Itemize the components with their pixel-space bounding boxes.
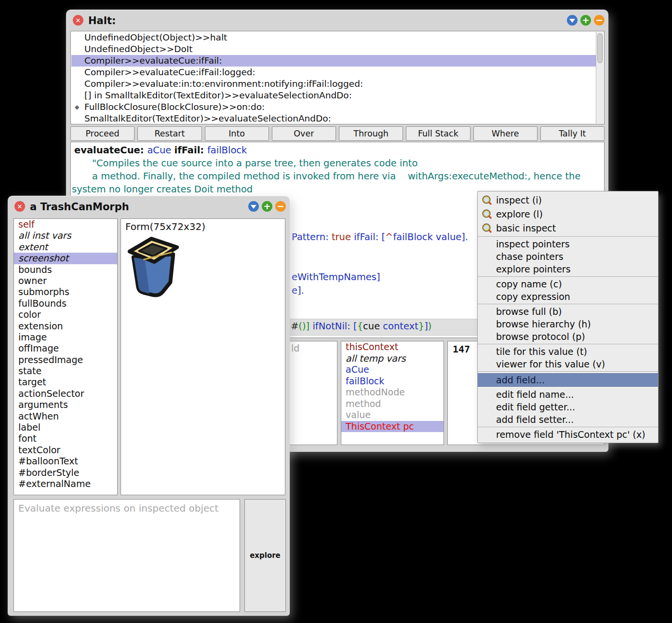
chevron-down-icon xyxy=(569,19,575,23)
menu-item-browse-hierarchy[interactable]: browse hierarchy (h) xyxy=(478,318,658,330)
close-glyph: ✕ xyxy=(17,203,23,210)
field-item[interactable]: self xyxy=(14,219,117,230)
stack-entry[interactable]: UndefinedObject>>DoIt xyxy=(71,43,596,55)
method-comment-line: "Compiles the cue source into a parse tr… xyxy=(92,158,417,169)
over-button[interactable]: Over xyxy=(272,126,336,141)
stack-scrollbar[interactable] xyxy=(596,32,604,123)
field-item[interactable]: owner xyxy=(14,275,117,286)
field-item[interactable]: actionSelector xyxy=(14,388,117,399)
where-button[interactable]: Where xyxy=(473,126,538,141)
menu-item-viewer-for-value[interactable]: viewer for this value (v) xyxy=(478,358,658,370)
menu-item-copy-expression[interactable]: copy expression xyxy=(478,290,658,303)
window-menu-icon[interactable] xyxy=(567,15,578,26)
form-caption: Form(75x72x32) xyxy=(125,221,205,232)
inspector-titlebar[interactable]: ✕ a TrashCanMorph + − xyxy=(8,196,290,217)
scrollbar-thumb[interactable] xyxy=(597,33,603,63)
field-item[interactable]: extent xyxy=(14,242,117,253)
field-list-pane[interactable]: self all inst vars extent screenshot bou… xyxy=(13,218,118,495)
field-item[interactable]: textColor xyxy=(14,445,117,456)
context-field[interactable]: failBlock xyxy=(341,376,444,387)
menu-item-edit-field-name[interactable]: edit field name... xyxy=(478,388,658,401)
stack-entry[interactable]: [] in SmalltalkEditor(TextEditor)>>evalu… xyxy=(71,90,596,101)
proceed-button[interactable]: Proceed xyxy=(70,126,134,141)
magnifier-icon xyxy=(482,209,492,219)
menu-separator xyxy=(478,236,658,237)
context-field[interactable]: thisContext xyxy=(341,341,444,353)
field-item[interactable]: #borderStyle xyxy=(14,467,117,478)
stack-entry[interactable]: UndefinedObject(Object)>>halt xyxy=(71,32,596,43)
restart-button[interactable]: Restart xyxy=(137,126,202,141)
stack-entry[interactable]: Compiler>>evaluateCue:ifFail:logged: xyxy=(71,67,596,78)
field-item[interactable]: state xyxy=(14,366,117,377)
field-item[interactable]: offImage xyxy=(14,343,117,354)
menu-item-basic-inspect[interactable]: basic inspect xyxy=(478,221,658,235)
menu-item-label: explore (l) xyxy=(496,209,543,219)
window-menu-icon[interactable] xyxy=(248,201,259,212)
field-item[interactable]: bounds xyxy=(14,264,117,275)
context-field[interactable]: value xyxy=(341,409,444,421)
field-item[interactable]: extension xyxy=(14,321,117,332)
field-item[interactable]: arguments xyxy=(14,399,117,410)
collapse-icon[interactable]: − xyxy=(594,15,605,26)
stack-entry[interactable]: SmalltalkEditor(TextEditor)>>evaluateSel… xyxy=(71,113,596,123)
menu-item-chase-pointers[interactable]: chase pointers xyxy=(478,250,658,263)
field-item[interactable]: image xyxy=(14,332,117,343)
code-fragment: eWithTempNames] xyxy=(292,271,380,283)
expand-icon[interactable]: + xyxy=(262,201,272,212)
context-field[interactable]: method xyxy=(341,398,444,410)
chevron-down-icon xyxy=(251,205,256,209)
field-list: self all inst vars extent screenshot bou… xyxy=(14,219,117,489)
menu-separator xyxy=(478,427,658,427)
context-field[interactable]: all temp vars xyxy=(341,353,444,365)
menu-item-browse-full[interactable]: browse full (b) xyxy=(478,305,658,318)
menu-item-browse-protocol[interactable]: browse protocol (p) xyxy=(478,330,658,343)
close-icon[interactable]: ✕ xyxy=(14,201,25,212)
menu-item-copy-name[interactable]: copy name (c) xyxy=(478,278,658,290)
stack-entry[interactable]: Compiler>>evaluate:in:to:environment:not… xyxy=(71,78,596,90)
field-item[interactable]: all inst vars xyxy=(14,230,117,241)
close-icon[interactable]: ✕ xyxy=(73,15,83,26)
stack-entry-selected[interactable]: Compiler>>evaluateCue:ifFail: xyxy=(71,55,596,67)
field-item[interactable]: actWhen xyxy=(14,411,117,422)
inspector-window: ✕ a TrashCanMorph + − self all inst vars… xyxy=(8,196,290,616)
through-button[interactable]: Through xyxy=(339,126,403,141)
field-item[interactable]: fullBounds xyxy=(14,298,117,309)
menu-item-explore[interactable]: explore (l) xyxy=(478,207,658,221)
menu-item-edit-field-getter[interactable]: edit field getter... xyxy=(478,401,658,413)
stack-list-pane[interactable]: UndefinedObject(Object)>>halt UndefinedO… xyxy=(70,31,605,124)
menu-item-remove-field[interactable]: remove field 'ThisContext pc' (x) xyxy=(478,428,658,441)
field-item[interactable]: color xyxy=(14,309,117,320)
field-item[interactable]: #externalName xyxy=(14,478,117,489)
receiver-text-fragment: ld xyxy=(291,343,299,353)
plus-glyph: + xyxy=(582,16,589,25)
menu-item-explore-pointers[interactable]: explore pointers xyxy=(478,263,658,275)
field-item-selected[interactable]: screenshot xyxy=(14,253,117,264)
menu-item-tile-for-value[interactable]: tile for this value (t) xyxy=(478,345,658,358)
pc-code-line: #()] ifNotNil: [{cue context}]) xyxy=(291,321,431,332)
field-item[interactable]: label xyxy=(14,422,117,433)
debugger-titlebar[interactable]: ✕ Halt: + − xyxy=(66,10,608,30)
context-field[interactable]: methodNode xyxy=(341,387,444,398)
field-item[interactable]: submorphs xyxy=(14,286,117,298)
menu-item-inspect[interactable]: inspect (i) xyxy=(478,193,658,207)
menu-item-add-field[interactable]: add field... xyxy=(478,373,658,387)
menu-item-inspect-pointers[interactable]: inspect pointers xyxy=(478,238,658,250)
collapse-icon[interactable]: − xyxy=(275,201,286,212)
menu-item-add-field-setter[interactable]: add field setter... xyxy=(478,413,658,426)
tally-it-button[interactable]: Tally It xyxy=(540,126,605,141)
field-item[interactable]: target xyxy=(14,377,117,388)
field-item[interactable]: font xyxy=(14,433,117,444)
expand-icon[interactable]: + xyxy=(580,15,591,26)
explore-button[interactable]: explore xyxy=(244,499,286,612)
context-variables-pane[interactable]: thisContext all temp vars aCue failBlock… xyxy=(341,341,444,445)
full-stack-button[interactable]: Full Stack xyxy=(406,126,470,141)
context-field-selected[interactable]: ThisContext pc xyxy=(341,421,444,433)
field-item[interactable]: #balloonText xyxy=(14,456,117,467)
field-item[interactable]: pressedImage xyxy=(14,354,117,366)
debugger-button-row: Proceed Restart Into Over Through Full S… xyxy=(70,126,605,141)
into-button[interactable]: Into xyxy=(205,126,269,141)
field-value-pane[interactable]: Form(75x72x32) xyxy=(121,218,285,495)
context-field[interactable]: aCue xyxy=(341,364,444,376)
evaluate-pane[interactable]: Evaluate expressions on inspected object xyxy=(13,499,240,612)
stack-entry[interactable]: ◆FullBlockClosure(BlockClosure)>>on:do: xyxy=(71,101,596,113)
